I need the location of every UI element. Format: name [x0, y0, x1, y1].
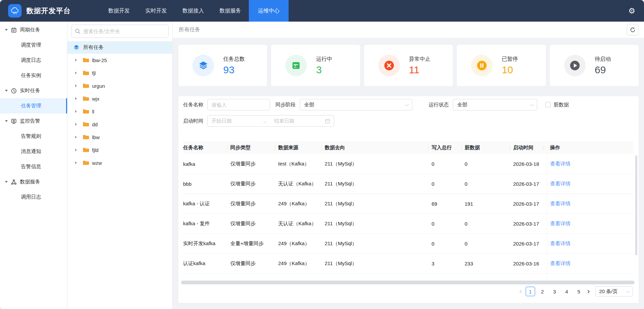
cell-data-target: 211（MySql） [325, 181, 432, 187]
tree-folder-item[interactable]: fjl [67, 67, 172, 79]
tree-folder-item[interactable]: wjx [67, 92, 172, 105]
sidebar-item-call-log[interactable]: 调用日志 [0, 189, 67, 205]
nav-item-data-dev[interactable]: 数据开发 [100, 0, 138, 22]
sidebar-item-message-notify[interactable]: 消息通知 [0, 144, 67, 159]
next-page-button[interactable]: › [585, 288, 592, 295]
view-details-link[interactable]: 查看详情 [550, 181, 570, 187]
folder-name: lbw-25 [92, 57, 107, 63]
play-circle-icon [564, 55, 586, 76]
folder-list: lbw-25 fjl [67, 54, 172, 169]
cell-data-source: 249（Kafka） [278, 260, 325, 267]
col-rows-written: 写入总行 [432, 145, 465, 151]
refresh-button[interactable] [627, 24, 639, 35]
cell-data-source: 249（Kafka） [278, 280, 325, 281]
sidebar-group-data-service[interactable]: 数据服务 [0, 174, 67, 189]
pagination-page[interactable]: 1 [526, 287, 535, 296]
sidebar-item-schedule-mgmt[interactable]: 调度管理 [0, 37, 67, 53]
folder-name: fjl [92, 70, 96, 76]
sync-stage-select[interactable]: 全部 [300, 99, 412, 110]
stats-cards: 任务总数93 运行中3 异常中止11 [178, 45, 639, 86]
cell-data-source: 249（Kafka） [278, 201, 325, 207]
folder-name: ll [92, 109, 94, 114]
cell-data-target: 211（MySql） [325, 221, 432, 227]
date-start-placeholder[interactable]: 开始日期 [211, 118, 262, 124]
clock-icon [11, 88, 17, 94]
view-details-link[interactable]: 查看详情 [550, 201, 570, 207]
calendar-icon [325, 119, 330, 124]
tree-folder-item[interactable]: lbw [67, 131, 172, 144]
run-status-select[interactable]: 全部 [453, 99, 537, 110]
sidebar-item-task-mgmt[interactable]: 任务管理 [0, 98, 67, 113]
cell-task-name: kafka - 认证 [183, 201, 230, 207]
stat-value: 10 [502, 64, 518, 76]
pagination-page[interactable]: 3 [550, 287, 559, 296]
prev-page-button[interactable]: ‹ [517, 288, 524, 295]
date-end-placeholder[interactable]: 结束日期 [274, 118, 325, 124]
chevron-down-icon [626, 289, 630, 293]
tree-search-input[interactable] [83, 28, 165, 34]
tree-folder-item[interactable]: urgun [67, 79, 172, 92]
nav-item-realtime-dev[interactable]: 实时开发 [138, 0, 175, 22]
view-details-link[interactable]: 查看详情 [550, 280, 570, 281]
vertical-scrollbar[interactable] [635, 155, 637, 255]
filter-label-run-status: 运行状态 [429, 102, 449, 108]
tree-folder-item[interactable]: dd [67, 118, 172, 131]
sidebar-item-alert-rules[interactable]: 告警规则 [0, 129, 67, 144]
view-details-link[interactable]: 查看详情 [550, 221, 570, 227]
col-task-name: 任务名称 [183, 145, 230, 151]
sidebar-group-realtime-tasks[interactable]: 实时任务 [0, 83, 67, 98]
stat-card-pending: 待启动69 [550, 45, 639, 86]
cell-rows-written: 0 [432, 221, 465, 227]
pagination-page[interactable]: 2 [538, 287, 547, 296]
page-title: 所有任务 [179, 26, 200, 33]
page-size-select[interactable]: 20 条/页 [595, 286, 633, 297]
sidebar-item-alert-info[interactable]: 告警信息 [0, 159, 67, 174]
tree-folder-item[interactable]: lbw-25 [67, 54, 172, 67]
cell-rows-written: 3 [432, 261, 465, 266]
nav-item-data-service[interactable]: 数据服务 [212, 0, 249, 22]
cell-rows-written: 0 [432, 241, 465, 247]
tree-folder-item[interactable]: ll [67, 105, 172, 118]
tree-folder-item[interactable]: wzw [67, 156, 172, 169]
cell-data-source: 无认证（Kafka） [278, 181, 325, 187]
task-table-panel: 任务名称 同步阶段 全部 运行状态 全部 脏数据 [178, 96, 639, 303]
date-range-picker[interactable]: 开始日期 → 结束日期 [207, 115, 334, 127]
pagination-page[interactable]: 5 [574, 287, 584, 296]
sidebar-group-label: 数据服务 [20, 179, 40, 185]
task-name-input[interactable] [207, 99, 270, 110]
nav-item-ops-center[interactable]: 运维中心 [249, 0, 289, 22]
caret-right-icon [75, 97, 77, 100]
cell-dirty-data: 0 [465, 181, 513, 187]
tree-search-box[interactable] [71, 25, 169, 38]
sidebar-group-periodic-tasks[interactable]: 周期任务 [0, 22, 67, 37]
cell-sync-type: 全量+增量同步 [230, 240, 278, 247]
nav-item-data-ingest[interactable]: 数据接入 [175, 0, 212, 22]
gear-icon[interactable]: ⚙ [628, 6, 635, 16]
cell-data-target: 211（MySql） [325, 240, 432, 247]
cell-data-source: 249（Kafka） [278, 240, 325, 247]
cell-rows-written: 69 [432, 201, 465, 207]
dirty-data-checkbox[interactable] [545, 102, 551, 107]
sidebar-item-schedule-log[interactable]: 调度日志 [0, 53, 67, 68]
caret-right-icon [75, 136, 77, 138]
horizontal-scrollbar[interactable] [181, 281, 635, 284]
sidebar-item-task-instance[interactable]: 任务实例 [0, 68, 67, 83]
view-details-link[interactable]: 查看详情 [550, 260, 570, 267]
sidebar-group-monitor-alerts[interactable]: 监控告警 [0, 113, 67, 129]
tree-folder-item[interactable]: fjld [67, 144, 172, 156]
folder-icon [83, 70, 89, 76]
pagination-page[interactable]: 4 [562, 287, 572, 296]
table-row: kafka 全量+增量同步 249（Kafka） 211（MySql） 0 0 … [183, 274, 633, 280]
search-icon [75, 28, 81, 34]
tree-root-all-tasks[interactable]: 所有任务 [67, 41, 172, 54]
stat-value: 11 [409, 64, 431, 76]
stat-label: 待启动 [595, 56, 611, 63]
view-details-link[interactable]: 查看详情 [550, 240, 570, 247]
page-size-value: 20 条/页 [599, 288, 626, 295]
pause-circle-icon [471, 55, 493, 76]
cell-data-target: 211（MySql） [325, 280, 432, 281]
stat-card-running: 运行中3 [271, 45, 360, 86]
col-sync-type: 同步类型 [230, 145, 278, 151]
view-details-link[interactable]: 查看详情 [550, 161, 570, 167]
table-row: 认证kafka 仅增量同步 249（Kafka） 211（MySql） 3 23… [183, 254, 633, 274]
